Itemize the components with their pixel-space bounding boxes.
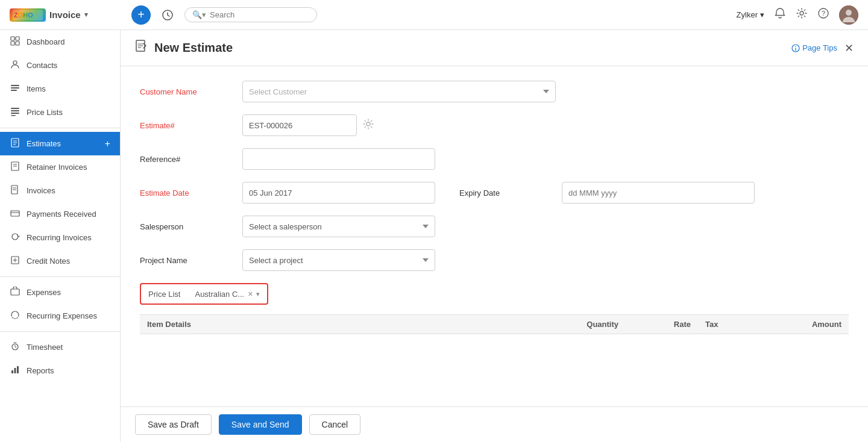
customer-name-row: Customer Name Select Customer <box>140 81 849 102</box>
sidebar-item-retainer-invoices[interactable]: Retainer Invoices <box>0 155 120 179</box>
estimate-num-label: Estimate# <box>140 121 242 130</box>
cancel-button[interactable]: Cancel <box>309 414 361 435</box>
project-name-select[interactable]: Select a project <box>242 249 435 271</box>
estimates-add-icon[interactable]: + <box>105 139 110 149</box>
sidebar-item-dashboard[interactable]: Dashboard <box>0 30 120 54</box>
sidebar-label-retainer-invoices: Retainer Invoices <box>27 163 87 172</box>
svg-rect-33 <box>11 289 19 295</box>
dashboard-icon <box>10 36 20 48</box>
save-draft-button[interactable]: Save as Draft <box>135 414 212 435</box>
help-icon[interactable]: ? <box>817 7 829 22</box>
dates-row: Estimate Date 05 Jun 2017 Expiry Date <box>140 182 849 204</box>
close-button[interactable]: ✕ <box>844 42 854 55</box>
payments-received-icon <box>10 208 20 220</box>
sidebar-divider-2 <box>0 276 120 277</box>
form-area: Customer Name Select Customer Estimate# … <box>121 66 868 406</box>
svg-point-42 <box>366 122 370 126</box>
main-layout: Dashboard Contacts Items Price Lists <box>0 30 868 442</box>
save-send-button[interactable]: Save and Send <box>219 414 302 435</box>
price-lists-icon <box>10 107 20 118</box>
sidebar-label-recurring-invoices: Recurring Invoices <box>27 233 92 242</box>
sidebar-item-reports[interactable]: Reports <box>0 359 120 382</box>
customer-name-select[interactable]: Select Customer <box>242 81 556 102</box>
app-logo[interactable]: ZOHO Invoice ▾ <box>10 8 124 22</box>
svg-rect-36 <box>14 368 16 373</box>
sidebar-item-credit-notes[interactable]: Credit Notes <box>0 249 120 273</box>
recurring-expenses-icon <box>10 310 20 322</box>
sidebar-item-timesheet[interactable]: Timesheet <box>0 335 120 359</box>
search-input[interactable] <box>210 10 306 19</box>
svg-rect-10 <box>11 42 14 45</box>
svg-rect-30 <box>11 211 19 216</box>
project-name-label: Project Name <box>140 256 242 265</box>
project-name-row: Project Name Select a project <box>140 249 849 271</box>
salesperson-select[interactable]: Select a salesperson <box>242 216 435 237</box>
sidebar-item-recurring-expenses[interactable]: Recurring Expenses <box>0 304 120 328</box>
sidebar-label-recurring-expenses: Recurring Expenses <box>27 311 97 320</box>
sidebar-item-contacts[interactable]: Contacts <box>0 54 120 77</box>
svg-rect-19 <box>11 115 16 116</box>
price-list-selected-value: Australian C... <box>195 290 244 299</box>
footer: Save as Draft Save and Send Cancel <box>121 406 868 442</box>
price-list-chevron-icon[interactable]: ▾ <box>256 290 260 298</box>
sidebar-label-timesheet: Timesheet <box>27 343 63 352</box>
svg-rect-37 <box>17 366 19 373</box>
expiry-date-input[interactable] <box>562 182 755 204</box>
sidebar-item-invoices[interactable]: Invoices <box>0 179 120 202</box>
svg-rect-15 <box>11 90 17 91</box>
svg-text:?: ? <box>822 10 825 17</box>
estimate-num-input[interactable]: EST-000026 <box>242 114 357 136</box>
estimate-num-row: Estimate# EST-000026 <box>140 114 849 136</box>
app-name: Invoice <box>49 10 81 20</box>
estimate-date-input[interactable]: 05 Jun 2017 <box>242 182 435 204</box>
topbar-right: Zylker ▾ ? <box>737 5 858 25</box>
history-button[interactable] <box>158 5 177 25</box>
app-chevron-icon: ▾ <box>84 11 88 19</box>
sidebar-item-items[interactable]: Items <box>0 77 120 101</box>
svg-rect-35 <box>11 370 13 373</box>
reference-num-row: Reference# <box>140 148 849 170</box>
sidebar-label-expenses: Expenses <box>27 288 61 297</box>
svg-rect-17 <box>11 110 19 111</box>
contacts-icon <box>10 60 20 71</box>
svg-text:ZOHO: ZOHO <box>14 11 33 19</box>
sidebar-label-price-lists: Price Lists <box>27 108 63 117</box>
svg-rect-13 <box>11 85 19 86</box>
items-icon <box>10 83 20 95</box>
sidebar-item-payments-received[interactable]: Payments Received <box>0 202 120 226</box>
sidebar-item-price-lists[interactable]: Price Lists <box>0 101 120 124</box>
sidebar-item-recurring-invoices[interactable]: Recurring Invoices <box>0 226 120 249</box>
reference-num-label: Reference# <box>140 155 242 164</box>
page-tips-link[interactable]: Page Tips <box>791 43 837 52</box>
sidebar: Dashboard Contacts Items Price Lists <box>0 30 121 442</box>
settings-icon[interactable] <box>796 7 808 22</box>
notification-icon[interactable] <box>774 7 786 22</box>
svg-point-3 <box>800 11 804 15</box>
price-list-label: Price List <box>148 290 180 299</box>
items-table-header: Item Details Quantity Rate Tax Amount <box>140 314 849 334</box>
sidebar-label-estimates: Estimates <box>27 139 61 148</box>
svg-point-7 <box>846 10 852 16</box>
price-list-clear-button[interactable]: × <box>248 289 253 299</box>
sidebar-label-payments-received: Payments Received <box>27 210 96 219</box>
topbar: ZOHO Invoice ▾ + 🔍▾ Zylker ▾ ? <box>0 0 868 30</box>
price-list-value-container: Australian C... × ▾ <box>195 289 260 299</box>
salesperson-label: Salesperson <box>140 222 242 231</box>
sidebar-label-contacts: Contacts <box>27 61 57 70</box>
search-bar[interactable]: 🔍▾ <box>184 7 317 22</box>
retainer-invoices-icon <box>10 161 20 173</box>
sidebar-item-estimates[interactable]: Estimates + <box>0 132 120 155</box>
sidebar-item-expenses[interactable]: Expenses <box>0 281 120 304</box>
estimate-num-settings-button[interactable] <box>363 119 374 132</box>
sidebar-label-reports: Reports <box>27 366 54 375</box>
sidebar-label-credit-notes: Credit Notes <box>27 257 70 266</box>
invoices-icon <box>10 185 20 196</box>
page-title: New Estimate <box>135 40 233 56</box>
avatar[interactable] <box>839 5 858 25</box>
reference-num-input[interactable] <box>242 148 435 170</box>
estimates-icon <box>10 138 20 149</box>
svg-rect-18 <box>11 113 19 114</box>
svg-rect-16 <box>11 108 19 109</box>
add-button[interactable]: + <box>131 5 151 25</box>
user-menu[interactable]: Zylker ▾ <box>737 10 764 19</box>
